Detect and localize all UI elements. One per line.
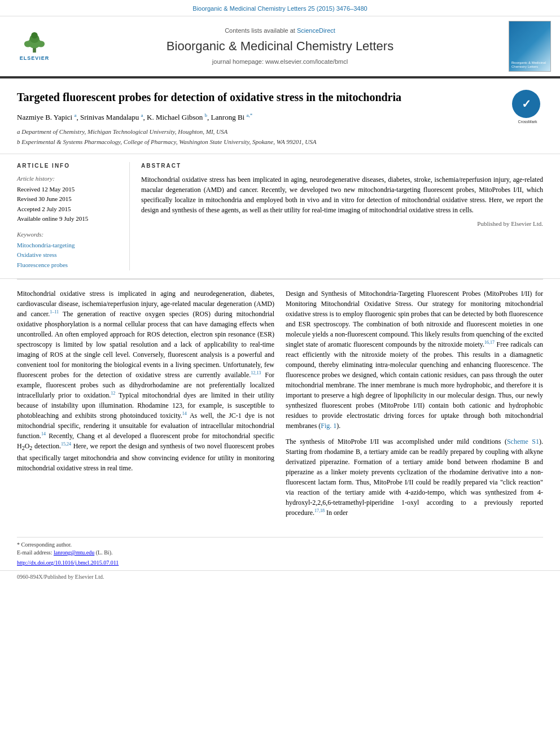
abstract-text: Mitochondrial oxidative stress has been … — [141, 174, 543, 215]
journal-homepage: journal homepage: www.elsevier.com/locat… — [65, 58, 495, 66]
elsevier-logo: ELSEVIER — [18, 31, 51, 62]
email-note: E-mail address: lanrong@mtu.edu (L. Bi). — [17, 549, 543, 557]
author-names: Nazmiye B. Yapici a, Srinivas Mandalapu … — [17, 113, 252, 121]
sciencedirect-line: Contents lists available at ScienceDirec… — [65, 27, 495, 35]
contents-label: Contents lists available at — [225, 27, 295, 34]
citation-text: Bioorganic & Medicinal Chemistry Letters… — [193, 5, 367, 12]
keywords-section: Keywords: Mitochondria-targeting Oxidati… — [17, 230, 120, 270]
email-link[interactable]: lanrong@mtu.edu — [54, 549, 94, 556]
doi-section: http://dx.doi.org/10.1016/j.bmcl.2015.07… — [0, 557, 560, 570]
journal-header-center: Contents lists available at ScienceDirec… — [65, 27, 495, 66]
article-title-section: Targeted fluorescent probes for detectio… — [0, 78, 560, 154]
bottom-bar: 0960-894X/Published by Elsevier Ltd. — [0, 570, 560, 583]
journal-cover-section: Bioorganic & Medicinal Chemistry Letters — [500, 21, 551, 72]
keyword-1: Mitochondria-targeting — [17, 241, 120, 250]
sciencedirect-link[interactable]: ScienceDirect — [297, 27, 335, 34]
issn-text: 0960-894X/Published by Elsevier Ltd. — [17, 573, 104, 581]
abstract-heading: ABSTRACT — [141, 162, 543, 170]
doi-link[interactable]: http://dx.doi.org/10.1016/j.bmcl.2015.07… — [17, 560, 119, 566]
elsevier-tree-icon — [18, 31, 51, 54]
article-info-column: ARTICLE INFO Article history: Received 1… — [17, 162, 130, 271]
fig1-ref[interactable]: Fig. 1 — [321, 422, 336, 430]
footnote-section: * Corresponding author. E-mail address: … — [17, 537, 543, 557]
available-date: Available online 9 July 2015 — [17, 215, 120, 223]
scheme-s1-ref[interactable]: Scheme S1 — [507, 438, 539, 445]
info-abstract-section: ARTICLE INFO Article history: Received 1… — [0, 154, 560, 279]
accepted-date: Accepted 2 July 2015 — [17, 205, 120, 213]
crossmark-badge[interactable]: ✓ CrossMark — [512, 90, 543, 121]
crossmark-icon: ✓ — [512, 90, 540, 118]
corresponding-author-note: * Corresponding author. — [17, 541, 543, 549]
published-by: Published by Elsevier Ltd. — [141, 220, 543, 228]
affiliation-a: a Department of Chemistry, Michigan Tech… — [17, 127, 543, 137]
body-section: Mitochondrial oxidative stress is implic… — [0, 279, 560, 532]
affiliation-b: b Experimental & Systems Pharmacology, C… — [17, 137, 543, 147]
journal-cover-image: Bioorganic & Medicinal Chemistry Letters — [509, 21, 551, 72]
elsevier-wordmark: ELSEVIER — [20, 55, 50, 62]
keywords-label: Keywords: — [17, 230, 120, 239]
history-label: Article history: — [17, 174, 120, 183]
body-column-2: Design and Synthesis of Mitochondria-Tar… — [286, 289, 543, 523]
top-citation-bar: Bioorganic & Medicinal Chemistry Letters… — [0, 0, 560, 16]
body-col1-para1: Mitochondrial oxidative stress is implic… — [17, 289, 274, 473]
body-column-1: Mitochondrial oxidative stress is implic… — [17, 289, 274, 523]
authors-line: Nazmiye B. Yapici a, Srinivas Mandalapu … — [17, 111, 543, 123]
revised-date: Revised 30 June 2015 — [17, 195, 120, 203]
elsevier-logo-section: ELSEVIER — [9, 31, 60, 62]
synthesis-word: synthesis — [300, 438, 325, 445]
svg-point-3 — [31, 32, 37, 38]
abstract-column: ABSTRACT Mitochondrial oxidative stress … — [141, 162, 543, 271]
journal-header: ELSEVIER Contents lists available at Sci… — [0, 16, 560, 77]
homepage-text: journal homepage: www.elsevier.com/locat… — [212, 58, 348, 65]
received-date: Received 12 May 2015 — [17, 185, 120, 194]
body-col2-para1: Design and Synthesis of Mitochondria-Tar… — [286, 289, 543, 431]
article-title: Targeted fluorescent probes for detectio… — [17, 90, 543, 104]
keyword-3: Fluorescence probes — [17, 261, 120, 269]
crossmark-label: CrossMark — [512, 119, 543, 125]
journal-title: Bioorganic & Medicinal Chemistry Letters — [65, 38, 495, 55]
body-col2-para2: The synthesis of MitoProbe I/II was acco… — [286, 436, 543, 518]
svg-point-4 — [24, 41, 32, 47]
cover-title: Bioorganic & Medicinal Chemistry Letters — [511, 61, 548, 69]
article-info-heading: ARTICLE INFO — [17, 162, 120, 170]
keyword-2: Oxidative stress — [17, 251, 120, 259]
affiliations: a Department of Chemistry, Michigan Tech… — [17, 127, 543, 147]
svg-point-5 — [37, 41, 45, 47]
